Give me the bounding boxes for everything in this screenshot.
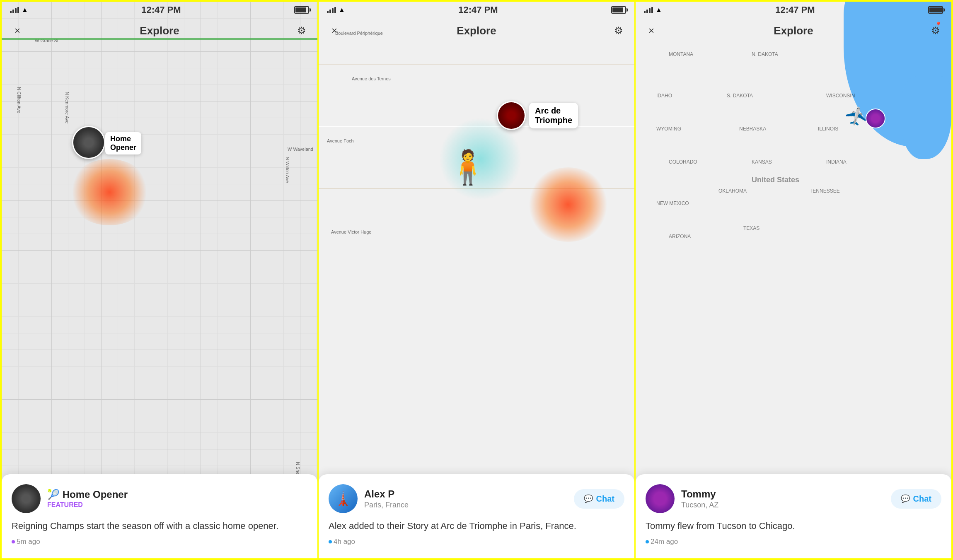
card-avatar-1 — [12, 484, 41, 513]
crowd-image — [73, 127, 104, 158]
road-horizontal-1 — [319, 126, 634, 127]
home-opener-pin[interactable]: Home Opener — [72, 126, 141, 159]
time-dot-3 — [646, 540, 649, 543]
arc-pin[interactable]: Arc de Triomphe — [497, 101, 578, 130]
signal-bar-3-1 — [644, 11, 646, 13]
signal-bar-4 — [17, 7, 19, 13]
avatar-crowd — [12, 484, 41, 513]
heatmap-chicago — [68, 159, 151, 225]
paris-street-3: Avenue Foch — [327, 138, 354, 143]
arc-pin-label: Arc de Triomphe — [529, 103, 578, 128]
card-avatar-2: 🗼 — [329, 484, 358, 513]
explore-title-2: Explore — [457, 24, 496, 37]
wifi-icon-1: ▲ — [22, 6, 28, 14]
tommy-avatar-image — [646, 484, 675, 513]
settings-button-1[interactable]: ⚙ — [294, 23, 309, 38]
battery-fill-3 — [929, 7, 942, 12]
card-header-1: 🎾 Home Opener FEATURED — [12, 484, 307, 513]
signal-bar-2 — [12, 10, 14, 13]
street-label-clifton: N Clifton Ave — [17, 87, 22, 113]
chat-button-3[interactable]: 💬 Chat — [891, 489, 941, 509]
settings-button-3[interactable]: ⚙📍 — [928, 23, 943, 38]
road-diag-1 — [377, 60, 377, 60]
arizona-label: ARIZONA — [669, 234, 691, 239]
screen-2: 🧍 Arc de Triomphe Boulevard Périphérique… — [319, 2, 636, 558]
battery-2 — [611, 6, 626, 14]
tommy-plane-avatar — [866, 109, 885, 128]
explore-header-2: × Explore ⚙ — [319, 18, 634, 43]
battery-3 — [928, 6, 943, 14]
wisconsin-label: WISCONSIN — [826, 93, 855, 99]
close-button-2[interactable]: × — [327, 23, 342, 38]
close-button-3[interactable]: × — [644, 23, 659, 38]
heatmap-paris — [527, 167, 610, 242]
card-info-3: Tommy Tucson, AZ — [681, 488, 891, 509]
card-text-2: Alex added to their Story at Arc de Trio… — [329, 520, 624, 533]
oklahoma-label: OKLAHOMA — [718, 188, 747, 194]
wifi-icon-2: ▲ — [339, 6, 345, 14]
pin-label-chicago: Home Opener — [105, 132, 141, 154]
idaho-label: IDAHO — [656, 93, 672, 99]
explore-title-3: Explore — [774, 24, 813, 37]
signal-bar-3-4 — [651, 7, 653, 13]
pin-image-chicago — [72, 126, 105, 159]
status-bar-3: ▲ 12:47 PM — [636, 2, 951, 18]
nd-label: N. DAKOTA — [752, 51, 778, 57]
road-horizontal-2 — [319, 64, 634, 65]
nm-label: NEW MEXICO — [656, 200, 689, 206]
settings-button-2[interactable]: ⚙ — [611, 23, 626, 38]
card-time-1: 5m ago — [12, 538, 307, 546]
signal-bars-2 — [327, 7, 336, 13]
status-right-2 — [611, 6, 626, 14]
chat-icon-3: 💬 — [901, 494, 910, 503]
paris-street-4: Avenue Victor Hugo — [331, 229, 371, 234]
tennessee-label: TENNESSEE — [810, 188, 840, 194]
battery-fill-1 — [295, 7, 306, 12]
card-info-2: Alex P Paris, France — [364, 488, 574, 509]
card-time-2: 4h ago — [329, 538, 624, 546]
explore-header-3: × Explore ⚙📍 — [636, 18, 951, 43]
street-label-wilton: N Wilton Ave — [285, 157, 290, 183]
signal-bar-2-3 — [332, 8, 334, 13]
montana-label: MONTANA — [669, 51, 693, 57]
card-header-2: 🗼 Alex P Paris, France 💬 Chat — [329, 484, 624, 513]
bottom-card-1: 🎾 Home Opener FEATURED Reigning Champs s… — [2, 474, 317, 558]
card-time-3: 24m ago — [646, 538, 941, 546]
time-dot-2 — [329, 540, 332, 543]
card-sub-3: Tucson, AZ — [681, 501, 891, 509]
signal-bars-3 — [644, 7, 653, 13]
explore-title-1: Explore — [140, 24, 179, 37]
street-label-kenmore: N Kenmore Ave — [65, 92, 70, 124]
nebraska-label: NEBRASKA — [739, 126, 766, 132]
signal-bar-3-3 — [649, 8, 651, 13]
card-name-1: 🎾 Home Opener — [47, 489, 307, 500]
status-bar-1: ▲ 12:47 PM — [2, 2, 317, 18]
arc-image — [498, 102, 525, 129]
street-label-waveland: W Waveland — [288, 147, 313, 152]
gear-icon-2: ⚙ — [614, 25, 623, 36]
time-dot-1 — [12, 540, 15, 543]
signal-bar-1 — [10, 11, 12, 13]
battery-1 — [294, 6, 309, 14]
card-header-3: Tommy Tucson, AZ 💬 Chat — [646, 484, 941, 513]
tommy-avatar-img — [866, 109, 885, 128]
bitmoji-character[interactable]: 🧍 — [447, 138, 489, 196]
battery-fill-2 — [612, 7, 623, 12]
wifi-icon-3: ▲ — [655, 6, 662, 14]
status-right-3 — [928, 6, 943, 14]
illinois-label: ILLINOIS — [818, 126, 838, 132]
card-text-3: Tommy flew from Tucson to Chicago. — [646, 520, 941, 533]
explore-header-1: × Explore ⚙ — [2, 18, 317, 43]
card-name-2: Alex P — [364, 488, 574, 500]
screen-3: MONTANA N. DAKOTA IDAHO S. DAKOTA WYOMIN… — [636, 2, 951, 558]
gear-icon-1: ⚙ — [297, 25, 306, 36]
status-left-2: ▲ — [327, 6, 345, 14]
status-time-3: 12:47 PM — [775, 5, 815, 15]
close-button-1[interactable]: × — [10, 23, 25, 38]
signal-bar-2-1 — [327, 11, 329, 13]
chat-button-2[interactable]: 💬 Chat — [574, 489, 624, 509]
paris-street-2: Avenue des Ternes — [352, 76, 391, 81]
card-sub-2: Paris, France — [364, 501, 574, 509]
signal-bar-2-4 — [334, 7, 336, 13]
status-time-2: 12:47 PM — [458, 5, 498, 15]
